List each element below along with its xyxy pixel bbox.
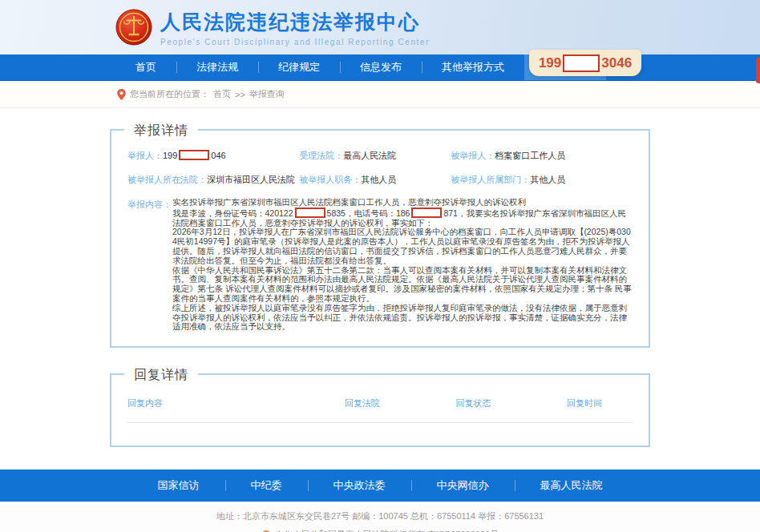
nav-item-other-report-methods[interactable]: 其他举报方式 [422,54,524,80]
reply-column-header: 回复状态 [455,397,567,409]
field-label: 举报人： [127,151,163,160]
footer-link-supreme-court[interactable]: 最高人民法院 [515,470,629,502]
field-label: 被举报人所在法院： [127,175,207,184]
text-segment: 档案窗口工作人员 [495,151,565,160]
field-row: 举报人：199046受理法院：最高人民法院被举报人：档案窗口工作人员 [127,150,633,162]
text-segment: 我是李波，身份证号码：420122 [172,208,293,218]
text-segment: 实名投诉举报广东省深圳市福田区人民法院档案窗口工作人员，恶意剥夺投诉举报人的诉讼… [172,197,526,207]
text-segment: 其他人员 [530,175,565,184]
footer-copyright: 中华人民共和国最高人民法院版权所有 京ICP05023036号 [0,529,760,532]
report-detail-panel: 举报详情 举报人：199046受理法院：最高人民法院被举报人：档案窗口工作人员被… [110,129,650,348]
breadcrumb-label: 您当前所在的位置： [130,88,209,100]
field-value: 其他人员 [530,175,565,184]
query-number-suffix: 3046 [601,55,632,71]
reply-detail-title: 回复详情 [124,367,198,384]
site-header: 人民法院违纪违法举报中心 People's Court Disciplinary… [0,0,760,54]
redaction-box [563,54,600,72]
field: 举报人：199046 [127,150,299,162]
field: 被举报人职务：其他人员 [299,174,451,186]
field: 受理法院：最高人民法院 [299,150,451,162]
reply-column-header: 回复法院 [345,397,456,409]
redaction-box [411,208,442,218]
text-segment: 046 [211,151,225,160]
nav-item-laws[interactable]: 法律法规 [176,54,258,80]
report-content-line: 综上所述，被投诉举报人以庭审笔录没有原告签字为由，拒绝投诉举报人复印庭审笔录的做… [172,304,633,332]
header-titles: 人民法院违纪违法举报中心 People's Court Disciplinary… [160,9,430,46]
nav-item-home[interactable]: 首页 [115,54,176,80]
report-content-line: 我是李波，身份证号码：4201225835，电话号码：186871，我要实名投诉… [172,208,633,228]
report-content-line: 2026年3月12日，投诉举报人在广东省深圳市福田区人民法院诉讼服务中心的档案窗… [172,228,633,265]
breadcrumb: 您当前所在的位置： 首页 >> 举报查询 [0,81,760,108]
text-segment: 综上所述，被投诉举报人以庭审笔录没有原告签字为由，拒绝投诉举报人复印庭审笔录的做… [172,303,627,332]
footer-address: 地址：北京市东城区东交民巷27号 邮编：100745 总机：67550114 举… [0,510,760,522]
footer-link-cyberspace-administration[interactable]: 中央网信办 [411,470,515,502]
text-segment: 依据《中华人民共和国民事诉讼法》第五十二条第二款：当事人可以查阅本案有关材料，并… [172,265,632,303]
main-nav: 首页法律法规纪律规定信息发布其他举报方式举报查询 199 3046 [0,54,760,81]
header-inner: 人民法院违纪违法举报中心 People's Court Disciplinary… [115,9,645,46]
page: 人民法院违纪违法举报中心 People's Court Disciplinary… [0,0,760,532]
field-label: 被举报人： [451,151,495,160]
report-fields: 举报人：199046受理法院：最高人民法院被举报人：档案窗口工作人员被举报人所在… [127,150,633,186]
nav-item-discipline-rules[interactable]: 纪律规定 [258,54,340,80]
report-content-line: 依据《中华人民共和国民事诉讼法》第五十二条第二款：当事人可以查阅本案有关材料，并… [172,266,633,304]
main-content: 举报详情 举报人：199046受理法院：最高人民法院被举报人：档案窗口工作人员被… [0,108,760,470]
text-segment: 其他人员 [361,175,396,184]
breadcrumb-separator: >> [235,90,245,99]
text-segment: 199 [163,151,177,160]
text-segment: 2026年3月12日，投诉举报人在广东省深圳市福田区人民法院诉讼服务中心的档案窗… [172,227,631,264]
reply-column-header: 回复时间 [567,397,633,409]
report-content: 举报内容： 实名投诉举报广东省深圳市福田区人民法院档案窗口工作人员，恶意剥夺投诉… [127,198,633,332]
field-value: 档案窗口工作人员 [495,151,565,160]
field-value: 其他人员 [361,175,396,184]
text-segment: 深圳市福田区人民法院 [207,175,295,184]
field: 被举报人所属部门：其他人员 [451,174,633,186]
location-pin-icon [117,89,126,100]
text-segment: 最高人民法院 [343,151,396,160]
court-emblem-icon [115,9,152,46]
site-subtitle: People's Court Disciplinary and Illegal … [160,38,430,46]
reply-detail-panel: 回复详情 回复内容回复法院回复状态回复时间 [110,373,650,447]
reply-column-header: 回复内容 [127,397,345,409]
reply-table-empty-row [127,423,633,445]
report-detail-title: 举报详情 [124,123,198,139]
field-value: 199046 [163,151,226,160]
query-number-prefix: 199 [539,55,561,71]
field-value: 最高人民法院 [343,151,396,160]
nav-item-information[interactable]: 信息发布 [340,54,422,80]
footer-copyright-text: 中华人民共和国最高人民法院版权所有 京ICP05023036号 [275,529,499,532]
field: 被举报人：档案窗口工作人员 [451,150,633,162]
footer-link-national-petition[interactable]: 国家信访 [132,470,225,502]
reply-table-header: 回复内容回复法院回复状态回复时间 [127,394,633,423]
report-content-label: 举报内容： [127,199,172,211]
footer-links: 国家信访中纪委中央政法委中央网信办最高人民法院 [0,470,760,502]
text-segment: 5835，电话号码：186 [327,208,410,218]
breadcrumb-home-link[interactable]: 首页 [213,88,231,100]
field: 被举报人所在法院：深圳市福田区人民法院 [127,174,299,186]
field-label: 受理法院： [299,151,343,160]
footer-link-central-political-legal-committee[interactable]: 中央政法委 [308,470,411,502]
field-label: 被举报人所属部门： [451,175,530,184]
redaction-box [295,208,325,218]
report-content-lines: 实名投诉举报广东省深圳市福田区人民法院档案窗口工作人员，恶意剥夺投诉举报人的诉讼… [172,198,633,332]
field-value: 深圳市福田区人民法院 [207,175,295,184]
site-footer: 国家信访中纪委中央政法委中央网信办最高人民法院 地址：北京市东城区东交民巷27号… [0,470,760,532]
site-title: 人民法院违纪违法举报中心 [160,9,430,35]
footer-link-ccdi[interactable]: 中纪委 [225,470,308,502]
edge-widget-fragment[interactable] [756,58,760,83]
query-number-badge: 199 3046 [529,50,641,76]
report-content-line: 实名投诉举报广东省深圳市福田区人民法院档案窗口工作人员，恶意剥夺投诉举报人的诉讼… [172,198,633,208]
redaction-box [179,150,209,160]
field-label: 被举报人职务： [299,175,361,184]
breadcrumb-current: 举报查询 [249,88,285,100]
footer-info: 地址：北京市东城区东交民巷27号 邮编：100745 总机：67550114 举… [0,502,760,532]
field-row: 被举报人所在法院：深圳市福田区人民法院被举报人职务：其他人员被举报人所属部门：其… [127,174,633,186]
